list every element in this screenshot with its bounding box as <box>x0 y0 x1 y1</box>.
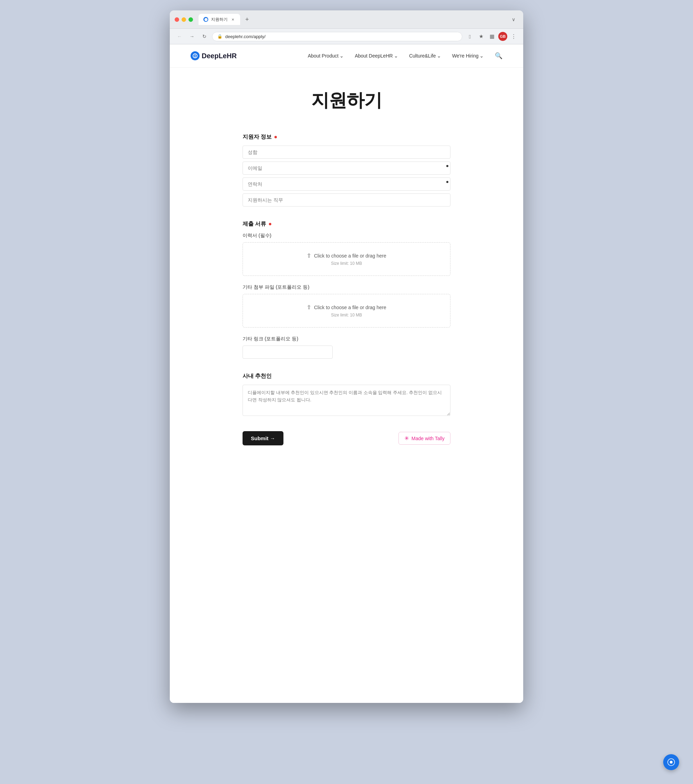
refresh-button[interactable]: ↻ <box>199 31 209 41</box>
phone-field-wrapper <box>242 178 451 191</box>
documents-section: 제출 서류 이력서 (필수) ⇧ Click to choose a file … <box>242 221 451 359</box>
nav-about-deeplehr[interactable]: About DeepLeHR ⌄ <box>355 53 398 59</box>
portfolio-upload-area[interactable]: ⇧ Click to choose a file or drag here Si… <box>242 294 451 328</box>
tally-star-icon: ✳ <box>404 435 409 441</box>
applicant-info-section: 지원자 정보 <box>242 133 451 207</box>
browser-window: 지원하기 ✕ + ∨ ← → ↻ 🔒 deeplehr.com/apply/ … <box>170 10 523 703</box>
tab-bar: 지원하기 ✕ + ∨ <box>199 14 519 25</box>
back-button[interactable]: ← <box>174 31 184 41</box>
browser-toolbar: ← → ↻ 🔒 deeplehr.com/apply/  ★ ▦ GB ⋮ <box>170 29 523 44</box>
applicant-section-title: 지원자 정보 <box>242 133 451 141</box>
resume-size-limit: Size limit: 10 MB <box>253 261 440 266</box>
link-input[interactable] <box>242 346 333 359</box>
search-icon[interactable]: 🔍 <box>495 52 502 59</box>
url-text: deeplehr.com/apply/ <box>225 34 265 39</box>
position-input[interactable] <box>242 193 451 207</box>
menu-button[interactable]: ⋮ <box>509 31 519 41</box>
nav-about-product[interactable]: About Product ⌄ <box>308 53 344 59</box>
maximize-window-button[interactable] <box>189 17 193 22</box>
minimize-window-button[interactable] <box>181 17 186 22</box>
page-title: 지원하기 <box>242 88 451 113</box>
submit-button[interactable]: Submit → <box>242 431 283 445</box>
portfolio-upload-icon: ⇧ <box>307 304 311 311</box>
security-icon: 🔒 <box>217 34 222 39</box>
documents-required-indicator <box>269 223 271 225</box>
page-content: DeepLeHR About Product ⌄ About DeepLeHR … <box>170 44 523 703</box>
portfolio-file-label: 기타 첨부 파일 (포트폴리오 등) <box>242 284 451 290</box>
resume-upload-area[interactable]: ⇧ Click to choose a file or drag here Si… <box>242 242 451 276</box>
svg-rect-2 <box>195 54 196 57</box>
name-field-wrapper <box>242 146 451 159</box>
referral-textarea[interactable] <box>242 385 451 416</box>
traffic-lights <box>174 17 193 22</box>
tab-title: 지원하기 <box>211 16 228 23</box>
active-tab[interactable]: 지원하기 ✕ <box>199 14 240 25</box>
profile-button[interactable]: GB <box>498 32 507 41</box>
toolbar-actions:  ★ ▦ GB ⋮ <box>465 31 519 41</box>
referral-section: 사내 추천인 <box>242 372 451 417</box>
site-nav: DeepLeHR About Product ⌄ About DeepLeHR … <box>170 44 523 68</box>
nav-hiring[interactable]: We're Hiring ⌄ <box>452 53 484 59</box>
nav-links: About Product ⌄ About DeepLeHR ⌄ Culture… <box>308 52 502 59</box>
name-input[interactable] <box>242 146 451 159</box>
floating-chat-button[interactable] <box>663 754 679 770</box>
close-window-button[interactable] <box>174 17 179 22</box>
logo[interactable]: DeepLeHR <box>191 51 237 60</box>
svg-point-0 <box>204 18 207 21</box>
extensions-button[interactable]: ▦ <box>487 31 497 41</box>
phone-required-dot <box>446 181 448 183</box>
referral-section-title: 사내 추천인 <box>242 372 451 380</box>
form-footer: Submit → ✳ Made with Tally <box>242 431 451 445</box>
phone-input[interactable] <box>242 178 451 191</box>
bookmark-button[interactable]: ★ <box>476 31 486 41</box>
forward-button[interactable]: → <box>187 31 197 41</box>
browser-titlebar: 지원하기 ✕ + ∨ <box>170 10 523 29</box>
form-container: 지원하기 지원자 정보 <box>235 68 458 473</box>
link-label: 기타 링크 (포트폴리오 등) <box>242 336 451 342</box>
tally-badge[interactable]: ✳ Made with Tally <box>398 432 451 445</box>
email-field-wrapper <box>242 161 451 175</box>
logo-icon <box>191 51 199 60</box>
documents-section-title: 제출 서류 <box>242 221 451 228</box>
resume-label: 이력서 (필수) <box>242 232 451 239</box>
tally-label: Made with Tally <box>412 436 444 441</box>
translate-button[interactable]:  <box>465 31 475 41</box>
logo-text: DeepLeHR <box>202 52 237 60</box>
new-tab-button[interactable]: + <box>242 15 252 24</box>
position-field-wrapper <box>242 193 451 207</box>
tab-close-button[interactable]: ✕ <box>230 17 235 22</box>
svg-point-4 <box>670 761 673 764</box>
resume-upload-text: ⇧ Click to choose a file or drag here <box>253 252 440 259</box>
address-bar[interactable]: 🔒 deeplehr.com/apply/ <box>212 32 462 41</box>
email-required-dot <box>446 165 448 167</box>
portfolio-upload-text: ⇧ Click to choose a file or drag here <box>253 304 440 311</box>
tab-favicon-icon <box>203 17 208 22</box>
upload-icon: ⇧ <box>307 252 311 259</box>
portfolio-size-limit: Size limit: 10 MB <box>253 313 440 318</box>
email-input[interactable] <box>242 161 451 175</box>
required-indicator <box>275 136 277 138</box>
nav-culture-life[interactable]: Culture&Life ⌄ <box>409 53 441 59</box>
tab-extend-button[interactable]: ∨ <box>509 15 519 24</box>
